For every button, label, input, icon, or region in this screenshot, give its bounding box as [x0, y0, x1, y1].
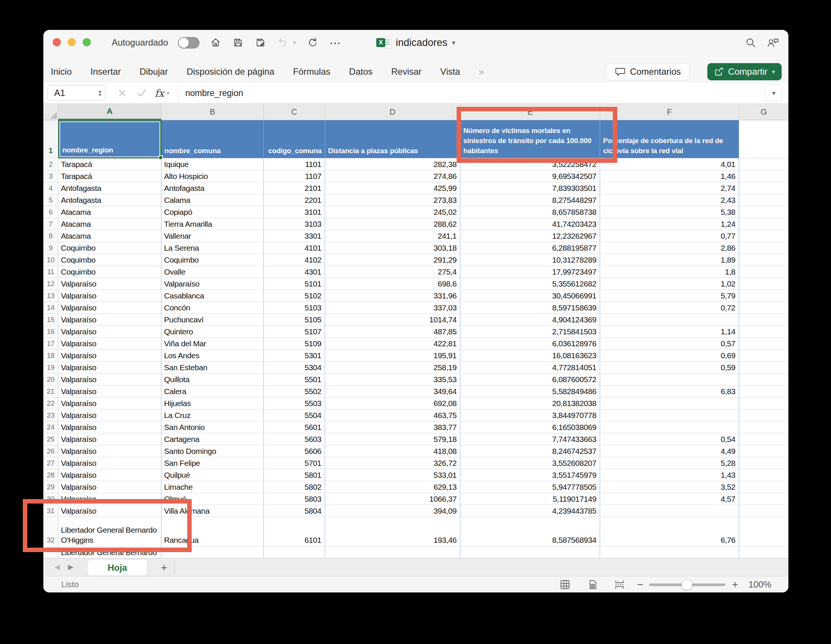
cell-victimas[interactable]: 5,582849486 — [460, 385, 600, 398]
cell-codigo-comuna[interactable]: 2201 — [264, 194, 325, 206]
cell-g[interactable] — [739, 421, 788, 433]
cell-g[interactable] — [739, 194, 788, 206]
cell-victimas[interactable]: 30,45066991 — [460, 290, 600, 302]
formula-input[interactable]: nombre_region — [185, 85, 243, 101]
cell-distancia[interactable]: 335,53 — [325, 374, 460, 385]
document-title-chevron-icon[interactable]: ▾ — [452, 38, 455, 47]
cell-g[interactable] — [739, 409, 788, 421]
cell-cobertura[interactable]: 2,74 — [600, 182, 739, 194]
cell-nombre-comuna[interactable]: Ovalle — [161, 266, 264, 278]
cell-nombre-region[interactable]: Valparaíso — [58, 290, 161, 302]
cell-codigo-comuna[interactable]: 6101 — [264, 517, 325, 547]
cell-g[interactable] — [739, 266, 788, 278]
cell-distancia[interactable]: 337,03 — [325, 302, 460, 314]
tab-vista[interactable]: Vista — [440, 67, 460, 77]
cell-g[interactable] — [739, 505, 788, 517]
cell-g[interactable] — [739, 302, 788, 314]
cell-nombre-region[interactable]: Valparaíso — [58, 302, 161, 314]
cell-victimas[interactable]: 20,81382038 — [460, 398, 600, 409]
cell-victimas[interactable]: 4,772814051 — [460, 362, 600, 374]
cell-cobertura[interactable]: 0,57 — [600, 338, 739, 350]
cell-nombre-comuna[interactable]: Hijuelas — [161, 398, 264, 409]
column-header-c[interactable]: C — [264, 104, 325, 120]
tab-inicio[interactable]: Inicio — [51, 67, 72, 77]
cell-cobertura[interactable]: 2,86 — [600, 242, 739, 254]
cell-nombre-comuna[interactable]: Antofagasta — [161, 182, 264, 194]
cell-nombre-comuna[interactable]: Copiapó — [161, 206, 264, 218]
page-break-preview-icon[interactable] — [614, 579, 625, 590]
cell-victimas[interactable]: 16,08163623 — [460, 350, 600, 362]
cell-codigo-comuna[interactable]: 5301 — [264, 350, 325, 362]
cell-victimas[interactable]: 4,239443785 — [460, 505, 600, 517]
comments-button[interactable]: Comentarios — [607, 63, 689, 80]
name-box[interactable]: A1 ▴▾ — [47, 85, 105, 101]
cell-codigo-comuna[interactable]: 5701 — [264, 457, 325, 469]
confirm-entry-icon[interactable] — [134, 85, 150, 101]
cell-cobertura[interactable]: 4,01 — [600, 158, 739, 170]
cell-distancia[interactable]: 425,99 — [325, 182, 460, 194]
people-chat-icon[interactable] — [767, 36, 779, 49]
row-number[interactable]: 9 — [43, 242, 58, 254]
cell-g[interactable] — [739, 230, 788, 242]
cell-nombre-comuna[interactable]: La Serena — [161, 242, 264, 254]
cell-cobertura[interactable]: 1,24 — [600, 218, 739, 230]
cell-victimas[interactable]: 6,036128976 — [460, 338, 600, 350]
cell-g[interactable] — [739, 242, 788, 254]
tab-revisar[interactable]: Revisar — [391, 67, 422, 77]
cell-distancia[interactable]: 258,19 — [325, 362, 460, 374]
cell-distancia[interactable]: 303,18 — [325, 242, 460, 254]
row-number[interactable]: 22 — [43, 398, 58, 409]
row-number[interactable]: 26 — [43, 445, 58, 457]
cell-nombre-region[interactable]: Tarapacá — [58, 158, 161, 170]
row-number[interactable]: 21 — [43, 385, 58, 398]
cell-distancia[interactable]: 463,75 — [325, 409, 460, 421]
search-icon[interactable] — [744, 36, 757, 49]
cell-g[interactable] — [739, 278, 788, 290]
row-number[interactable]: 3 — [43, 170, 58, 182]
cell-cobertura[interactable] — [600, 374, 739, 385]
cell-codigo-comuna[interactable]: 5606 — [264, 445, 325, 457]
cell-victimas[interactable]: 8,246742537 — [460, 445, 600, 457]
document-title[interactable]: indicadores — [396, 37, 447, 49]
column-header-b[interactable]: B — [161, 104, 264, 120]
cell-victimas[interactable]: 12,23262967 — [460, 230, 600, 242]
row-number[interactable]: 2 — [43, 158, 58, 170]
cell-codigo-comuna[interactable]: 3301 — [264, 230, 325, 242]
cell-codigo-comuna[interactable]: 5503 — [264, 398, 325, 409]
cell-victimas[interactable]: 6,165038069 — [460, 421, 600, 433]
cell-nombre-region[interactable]: Valparaíso — [58, 350, 161, 362]
cell-distancia[interactable]: 1014,74 — [325, 314, 460, 326]
row-number[interactable]: 16 — [43, 326, 58, 338]
cell-victimas[interactable]: 6,087600572 — [460, 374, 600, 385]
cell-cobertura[interactable]: 1,8 — [600, 266, 739, 278]
cell-cobertura[interactable]: 5,28 — [600, 457, 739, 469]
cell-d1[interactable]: Distancia a plazas públicas — [325, 120, 460, 158]
cell-cobertura[interactable]: 0,77 — [600, 230, 739, 242]
cell-codigo-comuna[interactable]: 5801 — [264, 469, 325, 481]
column-header-f[interactable]: F — [600, 104, 739, 120]
cell-nombre-region[interactable]: Coquimbo — [58, 254, 161, 266]
add-sheet-button[interactable]: + — [156, 560, 172, 576]
cell-distancia[interactable]: 1066,37 — [325, 493, 460, 505]
row-number[interactable]: 5 — [43, 194, 58, 206]
column-header-g[interactable]: G — [739, 104, 788, 120]
cell-nombre-comuna[interactable]: San Esteban — [161, 362, 264, 374]
share-button[interactable]: Compartir ▾ — [707, 63, 782, 80]
cell-codigo-comuna[interactable]: 5105 — [264, 314, 325, 326]
cell-nombre-region[interactable]: Antofagasta — [58, 194, 161, 206]
select-all-corner[interactable] — [43, 104, 58, 120]
cell-victimas[interactable]: 2,715841503 — [460, 326, 600, 338]
cell-nombre-comuna[interactable]: Cartagena — [161, 433, 264, 445]
insert-function-button[interactable]: fx ▾ — [155, 85, 169, 101]
cell-cobertura[interactable]: 5,38 — [600, 206, 739, 218]
cell-g[interactable] — [739, 338, 788, 350]
cell-nombre-comuna[interactable]: Puchuncaví — [161, 314, 264, 326]
cell-nombre-comuna[interactable]: Concón — [161, 302, 264, 314]
cell-codigo-comuna[interactable]: 5501 — [264, 374, 325, 385]
cell-cobertura[interactable]: 1,02 — [600, 278, 739, 290]
cell-cobertura[interactable]: 0,54 — [600, 433, 739, 445]
tab-dibujar[interactable]: Dibujar — [139, 67, 168, 77]
cell-codigo-comuna[interactable]: 5502 — [264, 385, 325, 398]
cell-g[interactable] — [739, 469, 788, 481]
row-number[interactable]: 11 — [43, 266, 58, 278]
